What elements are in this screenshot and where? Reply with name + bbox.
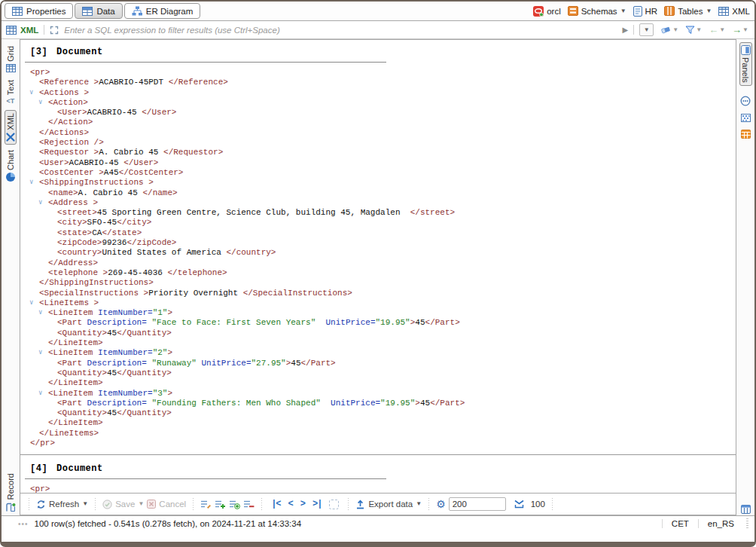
- xml-attribute-value: "2": [153, 348, 168, 357]
- xml-line: <Part Description= "Runaway" UnitPrice="…: [25, 359, 730, 368]
- xml-line: </ShippingInstructions>: [25, 278, 730, 288]
- refresh-button[interactable]: Refresh ▼: [36, 500, 88, 509]
- collapse-arrow-icon[interactable]: ∨: [29, 88, 33, 98]
- timezone-indicator[interactable]: CET: [662, 519, 698, 528]
- export-data-button[interactable]: Export data ▼: [355, 500, 422, 509]
- xml-tag: </Reference>: [169, 78, 228, 87]
- collapse-arrow-icon[interactable]: ∨: [38, 98, 42, 108]
- panels-tab[interactable]: Panels: [739, 42, 752, 86]
- xml-attribute-value: "3": [153, 389, 168, 398]
- xml-tag: </zipCode>: [127, 238, 176, 247]
- collapse-arrow-icon[interactable]: ∨: [38, 308, 42, 318]
- xml-tag: >: [167, 389, 172, 398]
- connection-database[interactable]: orcl: [533, 6, 561, 17]
- xml-text: 45 Sporting Green Centre, Science Club, …: [97, 208, 410, 217]
- xml-line: ∨<LineItem ItemNumber="1">: [25, 308, 730, 318]
- xml-results-view[interactable]: [3]Document<pr><Reference >ACABRIO-45PDT…: [20, 39, 736, 494]
- xml-tag: <CostCenter >: [39, 168, 104, 177]
- record-title: Document: [56, 463, 103, 474]
- filters-button[interactable]: ▼: [685, 26, 702, 35]
- tab-data[interactable]: Data: [75, 3, 122, 19]
- xml-tag: </country>: [226, 248, 276, 257]
- schemas-selector[interactable]: Schemas ▼: [568, 6, 626, 16]
- toolbar-separator: [551, 498, 553, 510]
- table-current[interactable]: XML: [718, 7, 750, 16]
- xml-attribute-value: "1": [153, 308, 168, 317]
- view-tab-xml[interactable]: XML: [5, 110, 17, 145]
- xml-tag: <ShippingInstructions >: [39, 178, 154, 187]
- xml-tag: </Action>: [48, 118, 93, 127]
- xml-tag: </Quantity>: [117, 368, 172, 377]
- xml-line: <name>A. Cabrio 45 </name>: [25, 188, 730, 198]
- record-header: [3]Document: [25, 41, 730, 57]
- collapse-arrow-icon[interactable]: ∨: [38, 198, 42, 208]
- filter-source-label[interactable]: XML: [20, 26, 38, 35]
- record-page-icon: [5, 503, 16, 512]
- schema-current[interactable]: HR: [633, 6, 658, 17]
- save-button[interactable]: Save ▼: [102, 500, 144, 509]
- xml-tag: <telephone >: [48, 268, 108, 277]
- toolbar-separator: [428, 498, 430, 510]
- metadata-panel-icon[interactable]: [741, 114, 751, 122]
- filter-history-dropdown[interactable]: ▼: [639, 23, 654, 36]
- locale-indicator[interactable]: en_RS: [698, 519, 743, 528]
- edit-row-button[interactable]: [200, 500, 212, 509]
- expand-icon[interactable]: [50, 26, 59, 35]
- collapse-arrow-icon[interactable]: ∨: [29, 178, 33, 188]
- calc-panel-icon[interactable]: [741, 130, 751, 139]
- view-tab-chart[interactable]: Chart: [5, 148, 16, 184]
- xml-tag: </telephone>: [167, 268, 227, 277]
- next-record-button[interactable]: >: [300, 499, 305, 509]
- forward-button[interactable]: → ▼: [732, 25, 748, 35]
- chevron-down-icon: ▼: [620, 8, 626, 14]
- back-button[interactable]: ← ▼: [709, 25, 725, 35]
- view-tab-text[interactable]: Text <T: [5, 78, 16, 107]
- xml-tag: >: [167, 348, 172, 357]
- first-record-button[interactable]: |<: [271, 499, 280, 509]
- xml-line: <telephone >269-45-4036 </telephone>: [25, 268, 730, 278]
- xml-line: <Quantity>45</Quantity>: [25, 408, 730, 418]
- collapse-arrow-icon[interactable]: ∨: [38, 348, 42, 358]
- record-index: [4]: [30, 463, 47, 474]
- add-row-button[interactable]: [215, 500, 226, 509]
- collapse-arrow-icon[interactable]: ∨: [29, 298, 33, 308]
- duplicate-row-button[interactable]: [229, 500, 240, 509]
- xml-text: Priority Overnight: [148, 289, 242, 298]
- table-icon: [6, 26, 17, 35]
- xml-text: ACABRIO-45: [69, 158, 124, 167]
- results-area: Grid Text <T XML Chart Record [3]Docu: [2, 39, 754, 515]
- tab-properties[interactable]: Properties: [5, 3, 73, 19]
- delete-row-button[interactable]: [243, 500, 255, 509]
- tables-selector[interactable]: Tables ▼: [664, 6, 712, 16]
- last-record-button[interactable]: >|: [312, 499, 322, 509]
- data-grid-icon: [82, 7, 93, 16]
- view-tab-grid[interactable]: Grid: [5, 44, 17, 75]
- oracle-icon: [533, 6, 544, 17]
- record-underline: [25, 62, 386, 63]
- xml-tag: </pr>: [30, 439, 55, 448]
- xml-tag: </name>: [142, 188, 177, 197]
- erase-filter-button[interactable]: ▼: [660, 26, 678, 35]
- tables-icon: [664, 6, 675, 16]
- apply-filter-icon[interactable]: ▶: [623, 26, 629, 34]
- xml-tag: </city>: [117, 218, 151, 227]
- focus-cell-icon[interactable]: [329, 500, 339, 509]
- previous-record-button[interactable]: <: [288, 499, 293, 509]
- cancel-button[interactable]: Cancel: [147, 500, 186, 509]
- xml-tag: <zipCode>: [57, 238, 102, 247]
- collapse-arrow-icon[interactable]: ∨: [38, 389, 42, 399]
- panel-grid-icon[interactable]: [741, 505, 751, 514]
- save-label: Save: [115, 500, 135, 509]
- record-mode-toggle[interactable]: Record: [5, 473, 16, 515]
- settings-gear-icon[interactable]: ⚙: [436, 499, 446, 509]
- xml-tag: </User>: [123, 158, 158, 167]
- tab-er-diagram[interactable]: ER Diagram: [124, 3, 201, 19]
- xml-tag: </Part>: [301, 359, 336, 368]
- xml-tag: </Part>: [425, 318, 460, 327]
- segment-size-input[interactable]: [449, 497, 506, 511]
- chevron-down-icon: ▼: [696, 27, 702, 33]
- fetch-size-icon[interactable]: [514, 500, 525, 509]
- value-viewer-icon[interactable]: [740, 96, 751, 106]
- filter-input[interactable]: [62, 25, 618, 35]
- chevron-down-icon: ▼: [672, 27, 678, 33]
